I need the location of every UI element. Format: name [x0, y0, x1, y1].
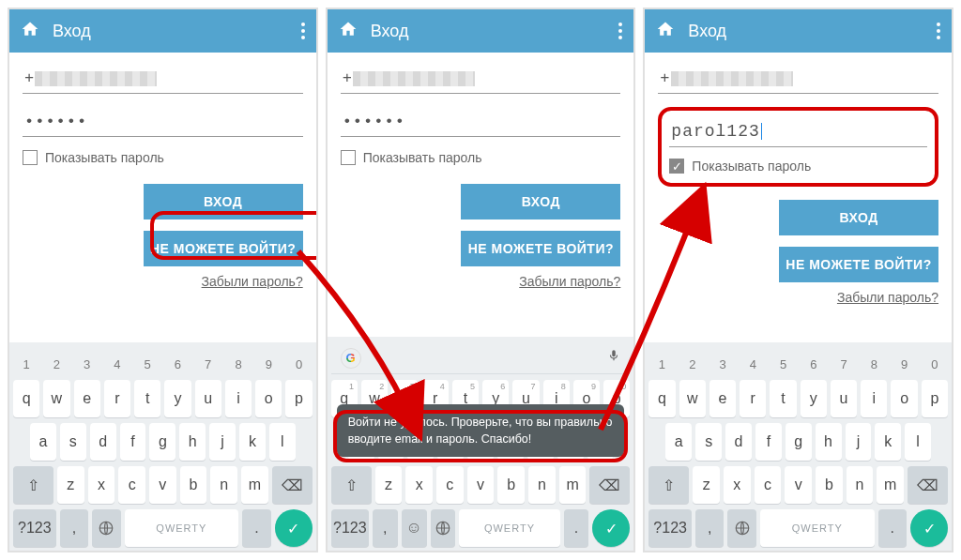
key-e[interactable]: e — [709, 380, 736, 417]
key-f[interactable]: f — [755, 423, 782, 461]
menu-overflow-icon[interactable] — [937, 23, 940, 39]
home-icon[interactable] — [656, 20, 675, 43]
show-password-row[interactable]: ✓ Показывать пароль — [669, 159, 927, 174]
key-sym[interactable]: ?123 — [13, 509, 56, 547]
key-globe[interactable] — [727, 509, 755, 547]
key-num-1[interactable]: 1 — [13, 354, 39, 374]
key-b[interactable]: b — [816, 466, 843, 504]
login-button[interactable]: ВХОД — [779, 200, 938, 235]
key-num-6[interactable]: 6 — [164, 354, 191, 374]
key-shift[interactable]: ⇧ — [331, 466, 372, 504]
login-button[interactable]: ВХОД — [144, 184, 303, 219]
key-m[interactable]: m — [877, 466, 904, 504]
key-period[interactable]: . — [242, 509, 270, 547]
key-w[interactable]: w — [43, 380, 69, 417]
forgot-password-link[interactable]: Забыли пароль? — [341, 274, 621, 289]
key-s[interactable]: s — [60, 423, 86, 461]
phone-field[interactable]: + — [341, 64, 621, 94]
key-comma[interactable]: , — [695, 509, 724, 547]
key-num-6[interactable]: 6 — [801, 354, 827, 374]
key-x[interactable]: x — [724, 466, 751, 504]
key-q[interactable]: q — [648, 380, 675, 417]
key-v[interactable]: v — [785, 466, 812, 504]
key-r[interactable]: r — [104, 380, 130, 417]
key-d[interactable]: d — [725, 423, 752, 461]
key-c[interactable]: c — [436, 466, 464, 504]
phone-field[interactable]: + — [23, 64, 303, 94]
key-shift[interactable]: ⇧ — [648, 466, 689, 504]
key-a[interactable]: a — [665, 423, 692, 461]
key-sym[interactable]: ?123 — [331, 509, 369, 547]
key-num-3[interactable]: 3 — [709, 354, 736, 374]
key-space[interactable]: QWERTY — [125, 509, 239, 547]
checkbox-checked-icon[interactable]: ✓ — [669, 159, 684, 174]
checkbox-unchecked-icon[interactable] — [341, 150, 356, 165]
key-globe[interactable] — [92, 509, 120, 547]
menu-overflow-icon[interactable] — [301, 23, 305, 39]
key-v[interactable]: v — [467, 466, 495, 504]
home-icon[interactable] — [339, 20, 358, 43]
show-password-row[interactable]: Показывать пароль — [341, 150, 621, 165]
key-n[interactable]: n — [847, 466, 874, 504]
key-b[interactable]: b — [497, 466, 525, 504]
key-w[interactable]: w — [679, 380, 706, 417]
key-x[interactable]: x — [405, 466, 433, 504]
show-password-row[interactable]: Показывать пароль — [23, 150, 303, 165]
key-v[interactable]: v — [149, 466, 176, 504]
key-num-7[interactable]: 7 — [195, 354, 221, 374]
key-n[interactable]: n — [210, 466, 237, 504]
key-k[interactable]: k — [875, 423, 901, 461]
key-num-4[interactable]: 4 — [740, 354, 766, 374]
login-button[interactable]: ВХОД — [461, 184, 620, 219]
key-enter[interactable]: ✓ — [592, 509, 630, 547]
key-comma[interactable]: , — [60, 509, 88, 547]
key-z[interactable]: z — [57, 466, 84, 504]
key-period[interactable]: . — [564, 509, 589, 547]
key-t[interactable]: t — [134, 380, 160, 417]
home-icon[interactable] — [21, 20, 39, 43]
cant-login-button[interactable]: НЕ МОЖЕТЕ ВОЙТИ? — [779, 247, 938, 282]
key-e[interactable]: e — [74, 380, 100, 417]
key-h[interactable]: h — [816, 423, 842, 461]
key-m[interactable]: m — [559, 466, 587, 504]
key-y[interactable]: y — [801, 380, 827, 417]
key-o[interactable]: o — [891, 380, 917, 417]
key-num-5[interactable]: 5 — [770, 354, 796, 374]
key-u[interactable]: u — [195, 380, 221, 417]
key-j[interactable]: j — [846, 423, 872, 461]
key-shift[interactable]: ⇧ — [13, 466, 53, 504]
phone-field[interactable]: + — [658, 64, 938, 94]
cant-login-button[interactable]: НЕ МОЖЕТЕ ВОЙТИ? — [144, 231, 303, 266]
key-a[interactable]: a — [30, 423, 56, 461]
key-num-9[interactable]: 9 — [891, 354, 917, 374]
key-enter[interactable]: ✓ — [910, 509, 948, 547]
forgot-password-link[interactable]: Забыли пароль? — [658, 290, 938, 305]
key-backspace[interactable]: ⌫ — [589, 466, 630, 504]
key-num-0[interactable]: 0 — [285, 354, 312, 374]
key-r[interactable]: r — [740, 380, 766, 417]
key-space[interactable]: QWERTY — [760, 509, 875, 547]
key-q[interactable]: q — [13, 380, 39, 417]
password-field-visible[interactable]: parol123 — [669, 116, 927, 147]
key-c[interactable]: c — [118, 466, 145, 504]
key-period[interactable]: . — [878, 509, 907, 547]
key-u[interactable]: u — [831, 380, 857, 417]
key-z[interactable]: z — [693, 466, 720, 504]
key-y[interactable]: y — [164, 380, 191, 417]
key-i[interactable]: i — [225, 380, 252, 417]
key-num-2[interactable]: 2 — [43, 354, 69, 374]
key-t[interactable]: t — [770, 380, 796, 417]
key-h[interactable]: h — [179, 423, 206, 461]
google-icon[interactable]: G — [341, 348, 361, 369]
key-i[interactable]: i — [861, 380, 887, 417]
key-num-1[interactable]: 1 — [648, 354, 675, 374]
key-x[interactable]: x — [88, 466, 115, 504]
key-d[interactable]: d — [90, 423, 116, 461]
key-p[interactable]: p — [285, 380, 312, 417]
key-num-2[interactable]: 2 — [679, 354, 706, 374]
key-num-8[interactable]: 8 — [225, 354, 252, 374]
cant-login-button[interactable]: НЕ МОЖЕТЕ ВОЙТИ? — [461, 231, 620, 266]
key-sym[interactable]: ?123 — [648, 509, 692, 547]
key-j[interactable]: j — [209, 423, 236, 461]
key-num-9[interactable]: 9 — [255, 354, 282, 374]
